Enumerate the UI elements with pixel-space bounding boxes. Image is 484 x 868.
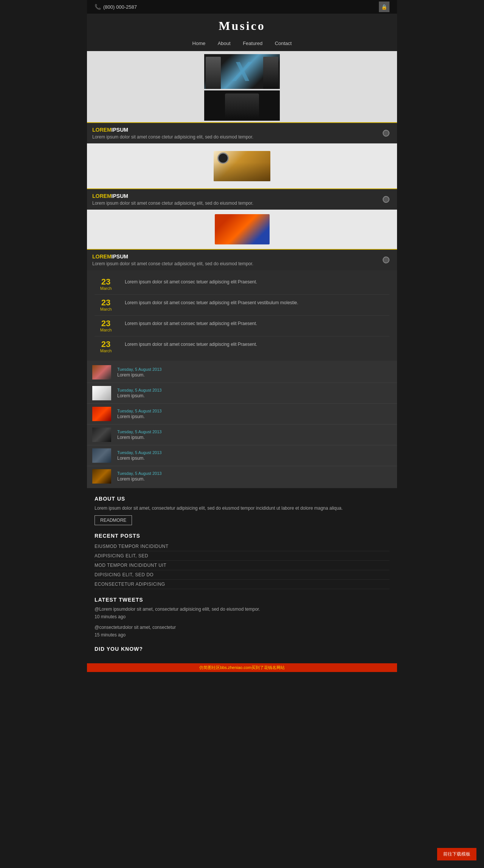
post-excerpt-1: Lorem ipsum. [117,372,392,378]
nav-featured[interactable]: Featured [243,40,262,46]
post-date-3: Tuesday, 5 August 2013 [117,409,392,413]
recent-post-5[interactable]: ECONSECTETUR ADIPISICING [95,580,389,589]
slider-btn-3[interactable] [383,257,389,263]
slider-body-3: Lorem ipsum dolor sit amet conse ctetur … [92,261,253,266]
slider-title-2: LOREMIPSUM [92,193,253,199]
post-item-3: Tuesday, 5 August 2013 Lorem ipsum. [87,404,397,425]
post-meta-1: Tuesday, 5 August 2013 Lorem ipsum. [117,367,392,378]
rapper-img [214,151,270,181]
main-nav: Home About Featured Contact [87,37,397,51]
slider-btn-1[interactable] [383,130,389,137]
phone-icon: 📞 [95,4,101,10]
footer-did-you-know: DID YOU KNOW? [95,646,389,652]
footer-about: ABOUT US Lorem ipsum dolor sit amet, con… [95,496,389,525]
post-thumb-6 [92,469,111,484]
singer-figure [225,93,259,118]
slider-title-1: LOREMIPSUM [92,127,253,133]
posts-section: Tuesday, 5 August 2013 Lorem ipsum. Tues… [87,361,397,488]
person-left [206,57,221,89]
post-excerpt-5: Lorem ipsum. [117,456,392,461]
news-month-1: March [95,286,117,291]
slider-body-1: Lorem ipsum dolor sit amet conse ctetur … [92,134,253,140]
date-block-4: 23 March [95,340,117,353]
slider-body-2: Lorem ipsum dolor sit amet conse ctetur … [92,201,253,206]
news-text-2: Lorem ipsum dolor sit amet consec tetuer… [125,299,298,305]
footer-tweets-heading: LATEST TWEETS [95,597,389,603]
news-item-3: 23 March Lorem ipsum dolor sit amet cons… [95,316,389,336]
slide-3-image [87,210,397,249]
nav-about[interactable]: About [218,40,231,46]
post-thumb-2 [92,386,111,400]
readmore-button[interactable]: READMORE [95,515,132,525]
tweet-text-2: @consecteturdolor sit amet, consectetur [95,624,389,631]
news-month-3: March [95,328,117,332]
news-text-1: Lorem ipsum dolor sit amet consec tetuer… [125,278,257,285]
date-block-3: 23 March [95,319,117,332]
tweet-text-1: @Lorem ipsumdolor sit amet, consectetur … [95,606,389,613]
post-meta-3: Tuesday, 5 August 2013 Lorem ipsum. [117,409,392,419]
news-item-2: 23 March Lorem ipsum dolor sit amet cons… [95,295,389,316]
news-text-3: Lorem ipsum dolor sit amet consec tetuer… [125,319,257,326]
post-item-5: Tuesday, 5 August 2013 Lorem ipsum. [87,445,397,466]
tweet-time-2: 15 minutes ago [95,632,389,638]
news-day-2: 23 [95,299,117,307]
band-img [215,214,270,244]
news-day-4: 23 [95,340,117,348]
top-bar: 📞 (800) 000-2587 🔒 [87,0,397,14]
news-item-1: 23 March Lorem ipsum dolor sit amet cons… [95,274,389,295]
singer-img [204,90,280,121]
news-day-1: 23 [95,278,117,286]
nav-contact[interactable]: Contact [275,40,292,46]
post-date-2: Tuesday, 5 August 2013 [117,388,392,392]
recent-post-3[interactable]: MOD TEMPOR INCIDIDUNT UIT [95,561,389,570]
lock-icon[interactable]: 🔒 [379,2,389,12]
date-block-1: 23 March [95,278,117,291]
slider-btn-2[interactable] [383,196,389,203]
post-date-1: Tuesday, 5 August 2013 [117,367,392,372]
tweet-time-1: 10 minutes ago [95,613,389,620]
post-meta-2: Tuesday, 5 August 2013 Lorem ipsum. [117,388,392,398]
post-item-1: Tuesday, 5 August 2013 Lorem ipsum. [87,362,397,383]
slider-band-1: LOREMIPSUM Lorem ipsum dolor sit amet co… [87,122,397,143]
post-item-6: Tuesday, 5 August 2013 Lorem ipsum. [87,466,397,487]
recent-post-4[interactable]: DIPISICING ELIT, SED DO [95,570,389,580]
post-meta-6: Tuesday, 5 August 2013 Lorem ipsum. [117,471,392,482]
footer-area: ABOUT US Lorem ipsum dolor sit amet, con… [87,488,397,663]
slider-text-3: LOREMIPSUM Lorem ipsum dolor sit amet co… [92,254,253,266]
slide-2-image [87,143,397,188]
post-date-4: Tuesday, 5 August 2013 [117,429,392,434]
news-month-4: March [95,348,117,353]
slider-text-1: LOREMIPSUM Lorem ipsum dolor sit amet co… [92,127,253,140]
post-thumb-5 [92,448,111,463]
slider-title-3: LOREMIPSUM [92,254,253,260]
tweet-2: @consecteturdolor sit amet, consectetur … [95,624,389,638]
news-item-4: 23 March Lorem ipsum dolor sit amet cons… [95,336,389,357]
site-header: Musico [87,14,397,37]
post-item-2: Tuesday, 5 August 2013 Lorem ipsum. [87,383,397,404]
post-thumb-1 [92,365,111,380]
post-date-6: Tuesday, 5 August 2013 [117,471,392,476]
footer-recent-posts: RECENT POSTS EIUSMOD TEMPOR INCIDIDUNT A… [95,533,389,589]
post-item-4: Tuesday, 5 August 2013 Lorem ipsum. [87,425,397,445]
footer-about-heading: ABOUT US [95,496,389,502]
slider-text-2: LOREMIPSUM Lorem ipsum dolor sit amet co… [92,193,253,206]
slide-1-image: X [87,51,397,122]
post-excerpt-4: Lorem ipsum. [117,435,392,440]
person-right [263,57,278,89]
recent-post-1[interactable]: EIUSMOD TEMPOR INCIDIDUNT [95,542,389,551]
date-block-2: 23 March [95,299,117,311]
post-meta-5: Tuesday, 5 August 2013 Lorem ipsum. [117,450,392,461]
phone-number: 📞 (800) 000-2587 [95,4,137,10]
post-excerpt-3: Lorem ipsum. [117,414,392,419]
hero-band-img: X [204,54,280,89]
recent-post-2[interactable]: ADIPISICING ELIT, SED [95,551,389,561]
post-thumb-4 [92,428,111,442]
nav-home[interactable]: Home [192,40,206,46]
slider-band-2: LOREMIPSUM Lorem ipsum dolor sit amet co… [87,188,397,210]
news-day-3: 23 [95,319,117,328]
footer-dyk-heading: DID YOU KNOW? [95,646,389,652]
footer-recent-heading: RECENT POSTS [95,533,389,539]
site-title: Musico [87,19,397,33]
news-text-4: Lorem ipsum dolor sit amet consec tetuer… [125,340,257,347]
post-meta-4: Tuesday, 5 August 2013 Lorem ipsum. [117,429,392,440]
